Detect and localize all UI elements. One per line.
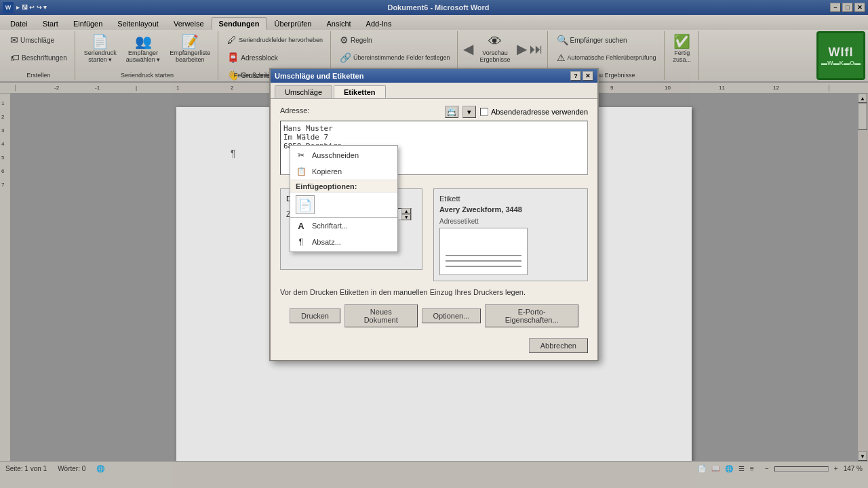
addr-dropdown-button[interactable]: ▾ [462, 106, 476, 118]
ctx-einfuege-header: Einfügeoptionen: [290, 180, 397, 192]
ctx-absatz[interactable]: ¶ Absatz... [290, 234, 397, 250]
dialog-title-buttons: ? ✕ [570, 71, 593, 81]
tab-etiketten[interactable]: Etiketten [334, 85, 385, 98]
etikett-section: Etikett Avery Zweckform, 3448 Adressetik… [433, 188, 588, 281]
ctx-schriftart[interactable]: A Schriftart... [290, 217, 397, 234]
address-area-container: Hans Muster Im Wälde 7 6850 Dornbirn ✂ A… [280, 121, 588, 182]
context-menu: ✂ Ausschneiden 📋 Kopieren Einfügeoptione… [290, 145, 398, 252]
col-up[interactable]: ▲ [401, 208, 411, 214]
abbrechen-area: Abbrechen [271, 334, 597, 360]
toolbar-right: 📇 ▾ Absenderadresse verwenden [445, 106, 588, 118]
etikett-title: Etikett [439, 195, 582, 203]
kopieren-icon: 📋 [296, 166, 307, 177]
dialog-tabs: Umschläge Etiketten [271, 83, 597, 99]
absender-label: Absenderadresse verwenden [491, 108, 588, 116]
ctx-paste-icons: 📄 [290, 192, 397, 217]
e-porto-button[interactable]: E-Porto-Eigenschaften... [485, 304, 578, 327]
ausschneiden-icon: ✂ [296, 150, 307, 161]
schriftart-icon: A [296, 220, 307, 231]
hint-text: Vor dem Drucken Etiketten in den manuell… [280, 288, 588, 296]
address-toolbar: Adresse: 📇 ▾ Absenderadresse verwenden [280, 106, 588, 118]
ctx-ausschneiden[interactable]: ✂ Ausschneiden [290, 147, 397, 163]
dialog-umschlaege-etiketten: Umschläge und Etiketten ? ✕ Umschläge Et… [269, 68, 599, 361]
etikett-subname: Adressetikett [439, 218, 582, 225]
neues-dokument-button[interactable]: Neues Dokument [344, 304, 418, 327]
col-down[interactable]: ▼ [401, 214, 411, 220]
optionen-button[interactable]: Optionen... [422, 308, 481, 323]
addr-book-button[interactable]: 📇 [445, 106, 458, 118]
drucken-button[interactable]: Drucken [290, 308, 340, 323]
label-lines [443, 249, 524, 272]
col-arrows: ▲ ▼ [401, 208, 411, 220]
tab-umschlaege[interactable]: Umschläge [275, 85, 332, 98]
absender-checkbox-box[interactable] [480, 108, 488, 116]
label-line-3 [446, 266, 521, 267]
dialog-titlebar: Umschläge und Etiketten ? ✕ [271, 69, 597, 83]
dialog-bottom-buttons: Drucken Neues Dokument Optionen... E-Por… [280, 302, 588, 327]
address-label: Adresse: [280, 106, 309, 115]
dialog-close-button[interactable]: ✕ [583, 71, 593, 81]
paste-opt-1[interactable]: 📄 [296, 195, 315, 214]
dialog-help-button[interactable]: ? [570, 71, 581, 81]
label-line-1 [446, 255, 521, 256]
dialog-title: Umschläge und Etiketten [275, 72, 363, 80]
label-preview [439, 228, 528, 275]
abbrechen-button[interactable]: Abbrechen [529, 338, 588, 353]
ctx-kopieren[interactable]: 📋 Kopieren [290, 163, 397, 180]
etikett-name: Avery Zweckform, 3448 [439, 205, 582, 214]
dialog-content: Adresse: 📇 ▾ Absenderadresse verwenden H… [271, 99, 597, 188]
absatz-icon: ¶ [296, 237, 307, 247]
label-line-2 [446, 260, 521, 262]
absender-checkbox[interactable]: Absenderadresse verwenden [480, 108, 588, 116]
modal-overlay: Umschläge und Etiketten ? ✕ Umschläge Et… [0, 0, 868, 488]
